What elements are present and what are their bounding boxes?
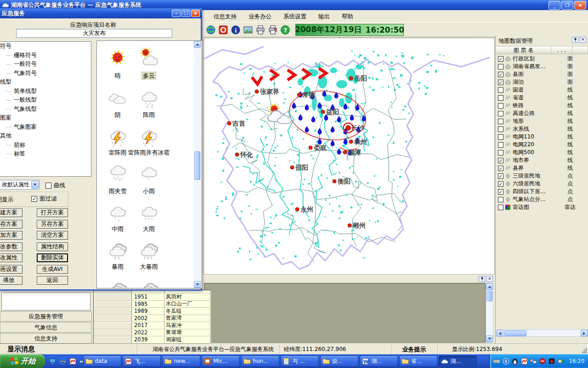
layer-row-铁路[interactable]: 铁路线 [497, 102, 588, 109]
taskbar-button-飞...[interactable]: 飞... [123, 356, 161, 367]
pin-icon[interactable] [572, 37, 578, 43]
help-icon[interactable]: ? [280, 24, 291, 35]
map-canvas[interactable]: 岳阳张家界常德益阳吉首长沙株州娄底湘潭怀化邵阳衡阳永州郴州 [204, 38, 495, 275]
weather-panel-scrollbar[interactable] [194, 41, 202, 288]
layer-checkbox[interactable]: ✓ [498, 166, 503, 171]
layer-checkbox[interactable] [498, 134, 503, 140]
minimize-button[interactable]: _ [548, 1, 560, 10]
row-header-cell[interactable] [94, 301, 132, 308]
taskbar-button-湖...[interactable]: W湖... [360, 356, 398, 367]
layer-checkbox[interactable] [498, 197, 503, 202]
face-filter-checkbox-row[interactable]: ✓ 面过滤 [31, 195, 57, 203]
layer-row-四级以下居...[interactable]: ✓四级以下居...点 [497, 188, 588, 196]
dialog-titlebar[interactable]: 应急服务 -□× [0, 8, 202, 18]
menu-业务办公[interactable]: 业务办公 [244, 12, 276, 22]
row-header-cell[interactable] [94, 322, 132, 329]
taskbar-button-湖...[interactable]: 湖... [439, 356, 477, 367]
layer-row-湖泊[interactable]: ✓湖泊面 [497, 78, 588, 86]
keyboard-tray-icon[interactable] [493, 357, 501, 365]
weather-item-小雨[interactable]: 小雨 [121, 162, 176, 195]
tree-item-线型[interactable]: 线型 [0, 78, 91, 87]
weather-item-多云[interactable]: 多云 [121, 48, 176, 80]
button-画设置[interactable]: 画设置 [0, 265, 23, 274]
button-生成AVI[interactable]: 生成AVI [37, 265, 68, 274]
tree-item-一般符号[interactable]: 一般符号 [0, 60, 91, 69]
layer-checkbox[interactable] [498, 87, 503, 93]
tree-item-简单线型[interactable]: 简单线型 [0, 87, 91, 96]
project-name-input[interactable] [16, 29, 172, 38]
tree-item-图案[interactable]: 图案 [0, 114, 91, 123]
tree-item-一般线型[interactable]: 一般线型 [0, 96, 91, 105]
layer-checkbox[interactable] [498, 150, 503, 155]
sidebar-button-气象信息[interactable]: 气象信息 [0, 322, 92, 333]
start-button[interactable]: 开始 [0, 354, 45, 368]
taskbar-button-Mic...[interactable]: Mic... [202, 356, 240, 367]
layer-checkbox[interactable]: ✓ [498, 181, 503, 187]
desktop-icon[interactable] [49, 357, 57, 365]
button-改参数[interactable]: 改参数 [0, 242, 23, 251]
taskbar-button-data[interactable]: data [83, 356, 121, 367]
default-attr-combobox[interactable]: 改默认属性 [0, 180, 40, 190]
layer-row-高速公路[interactable]: 高速公路线 [497, 109, 588, 117]
layer-row-六级居民地[interactable]: ✓六级居民地点 [497, 180, 588, 188]
layer-checkbox[interactable] [498, 205, 503, 210]
face-filter-checkbox[interactable]: ✓ [31, 196, 37, 202]
dialog-close-button[interactable]: × [191, 10, 200, 17]
layer-row-县界[interactable]: ✓县界线 [497, 164, 588, 172]
drive-tray-icon[interactable] [557, 357, 565, 365]
layer-row-行政区划[interactable]: ✓行政区划面 [497, 55, 588, 63]
layer-row-国道[interactable]: 国道线 [497, 86, 588, 94]
button-播放[interactable]: 播放 [0, 276, 23, 285]
sidebar-list-box[interactable] [1, 293, 90, 310]
stop-icon[interactable] [218, 24, 229, 35]
layer-row-电网500[interactable]: 电网500线 [497, 149, 588, 156]
tree-item-栅格符号[interactable]: 栅格符号 [0, 51, 91, 60]
table-row[interactable]: 2002曾家湾 [94, 315, 211, 322]
close-icon[interactable]: ✕ [486, 276, 493, 282]
button-打开方案[interactable]: 打开方案 [37, 208, 68, 217]
layer-row-省道[interactable]: 省道线 [497, 94, 588, 102]
button-删除实体[interactable]: 删除实体 [37, 253, 68, 262]
table-row[interactable]: 2022黄坡塘 [94, 329, 211, 337]
layer-row-雷达图[interactable]: 雷达图雷达 [497, 203, 588, 211]
table-row[interactable]: 1951凤羽村 [94, 293, 211, 301]
button-存方案[interactable]: 存方案 [0, 220, 23, 229]
button-建方案[interactable]: 建方案 [0, 208, 23, 217]
table-row[interactable]: 2039周家咀 [94, 336, 211, 344]
column-extra[interactable] [572, 46, 588, 54]
kasp-tray-icon[interactable]: K [548, 357, 556, 365]
sidebar-button-信息支持[interactable]: 信息支持 [0, 334, 92, 344]
weather-item-阵雨[interactable]: 阵雨 [121, 88, 176, 120]
layer-checkbox[interactable]: ✓ [498, 189, 503, 195]
layer-checkbox[interactable] [498, 126, 503, 132]
resize-grip[interactable] [581, 347, 587, 353]
layer-row-电网220[interactable]: 电网220线 [497, 141, 588, 149]
taskbar-button-new...[interactable]: new... [162, 356, 200, 367]
tree-item-气象图案[interactable]: 气象图案 [0, 123, 91, 132]
tree-item-其他[interactable]: 其他 [0, 132, 91, 141]
layer-checkbox[interactable] [498, 119, 503, 124]
menu-帮助[interactable]: 帮助 [337, 12, 358, 22]
curve-checkbox[interactable] [45, 183, 51, 189]
sidebar-button-应急服务管理[interactable]: 应急服务管理 [0, 311, 92, 322]
column-more[interactable]: . . . [551, 46, 572, 54]
menu-系统设置[interactable]: 系统设置 [279, 12, 311, 22]
layer-checkbox[interactable] [498, 103, 503, 109]
pin-icon[interactable] [479, 276, 485, 282]
layer-checkbox[interactable] [498, 111, 503, 116]
net-tray-icon[interactable] [530, 357, 537, 365]
layer-row-地形[interactable]: 地形线 [497, 117, 588, 125]
chevron-tray-icon[interactable] [502, 357, 510, 365]
message-panel-scrollbar[interactable] [486, 283, 493, 343]
image-icon[interactable] [243, 24, 254, 35]
row-header-cell[interactable] [94, 308, 132, 315]
layer-row-电网110[interactable]: 电网110线 [497, 133, 588, 141]
dialog-minimize-button[interactable]: - [172, 10, 181, 17]
weather-item-大雨[interactable]: 大雨 [121, 202, 176, 234]
layer-row-水系线[interactable]: 水系线线 [497, 125, 588, 133]
taskbar-button-省...[interactable]: 省... [399, 356, 437, 367]
layer-checkbox[interactable]: ✓ [498, 56, 503, 62]
restore-button[interactable]: ❐ [561, 1, 573, 10]
qq-tray-icon[interactable] [511, 357, 519, 365]
ie-icon[interactable] [59, 357, 67, 365]
